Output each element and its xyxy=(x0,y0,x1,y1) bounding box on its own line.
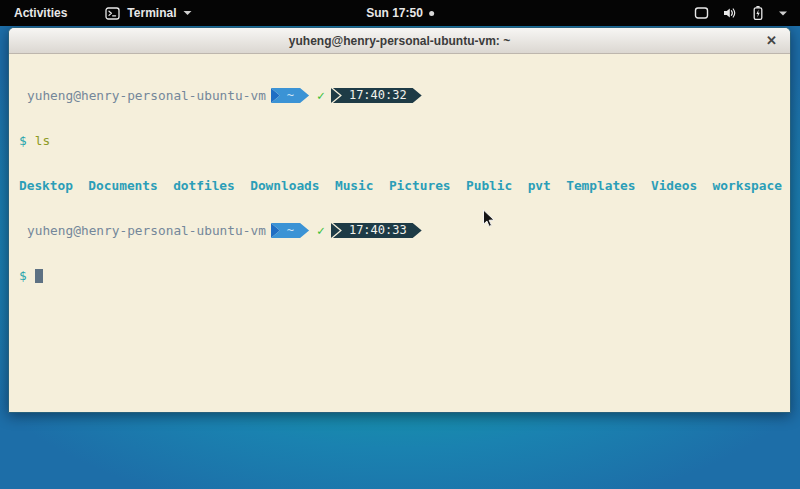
status-check-icon: ✓ xyxy=(317,223,325,238)
notification-dot xyxy=(429,11,434,16)
prompt-line: yuheng@henry-personal-ubuntu-vm~✓17:40:3… xyxy=(19,223,790,238)
clock-label: Sun 17:50 xyxy=(366,6,423,20)
gnome-top-bar: Activities Terminal Sun 17:50 xyxy=(0,0,800,26)
clock-button[interactable]: Sun 17:50 xyxy=(366,0,434,26)
battery-charging-icon xyxy=(751,5,765,21)
prompt-symbol: $ xyxy=(19,133,27,148)
prompt-time-segment: 17:40:33 xyxy=(333,223,422,238)
volume-icon xyxy=(722,6,738,20)
terminal-icon xyxy=(105,7,120,20)
directory-entry: dotfiles xyxy=(173,178,235,193)
terminal-titlebar[interactable]: yuheng@henry-personal-ubuntu-vm: ~ ✕ xyxy=(9,28,790,54)
directory-entry: Desktop xyxy=(19,178,73,193)
app-menu-label: Terminal xyxy=(127,6,176,20)
activities-button[interactable]: Activities xyxy=(10,6,71,20)
window-title: yuheng@henry-personal-ubuntu-vm: ~ xyxy=(289,34,510,48)
terminal-window: yuheng@henry-personal-ubuntu-vm: ~ ✕ yuh… xyxy=(8,27,791,413)
system-status-area[interactable] xyxy=(694,0,788,26)
prompt-time-segment: 17:40:32 xyxy=(333,88,422,103)
directory-entry: Templates xyxy=(566,178,635,193)
app-menu-terminal[interactable]: Terminal xyxy=(105,6,192,20)
prompt-symbol: $ xyxy=(19,268,27,283)
directory-entry: Downloads xyxy=(250,178,319,193)
mouse-cursor xyxy=(482,209,495,232)
prompt-user: yuheng@henry-personal-ubuntu-vm xyxy=(27,223,266,238)
screen-icon xyxy=(694,6,709,20)
prompt-user: yuheng@henry-personal-ubuntu-vm xyxy=(27,88,266,103)
prompt-powerline: ~✓17:40:33 xyxy=(271,223,422,238)
directory-entry: Music xyxy=(335,178,374,193)
terminal-content[interactable]: yuheng@henry-personal-ubuntu-vm~✓17:40:3… xyxy=(9,55,790,412)
directory-entry: pvt xyxy=(528,178,551,193)
directory-entry: Pictures xyxy=(389,178,451,193)
close-icon[interactable]: ✕ xyxy=(766,28,777,53)
prompt-powerline: ~✓17:40:32 xyxy=(271,88,422,103)
status-check-icon: ✓ xyxy=(317,88,325,103)
directory-entry: Videos xyxy=(651,178,697,193)
chevron-down-icon xyxy=(183,10,192,16)
ls-output: Desktop Documents dotfiles Downloads Mus… xyxy=(19,178,790,193)
typed-command: ls xyxy=(35,133,50,148)
chevron-down-icon xyxy=(778,10,788,17)
directory-entry: workspace xyxy=(713,178,782,193)
command-line: $ls xyxy=(19,133,790,148)
text-cursor xyxy=(35,269,43,283)
input-line: $ xyxy=(19,268,790,283)
directory-entry: Documents xyxy=(88,178,157,193)
directory-entry: Public xyxy=(466,178,512,193)
prompt-line: yuheng@henry-personal-ubuntu-vm~✓17:40:3… xyxy=(19,88,790,103)
